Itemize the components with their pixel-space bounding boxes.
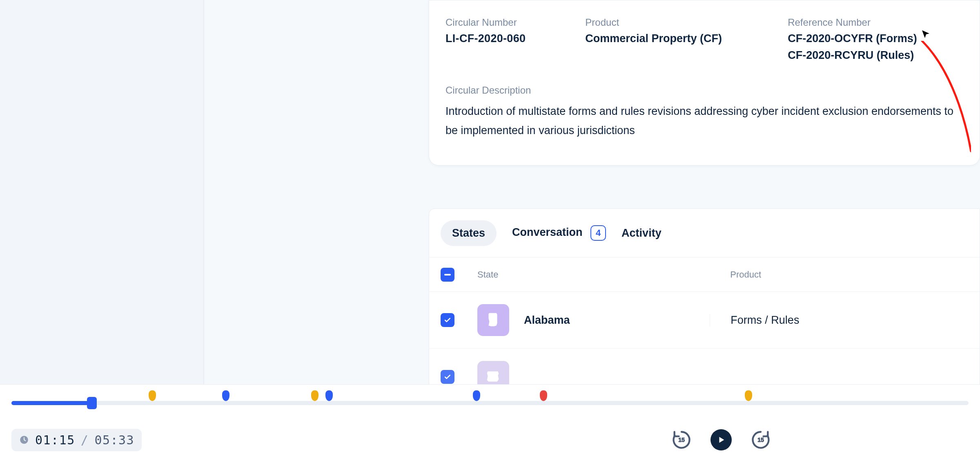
tab-bar: States Conversation 4 Activity xyxy=(429,209,980,257)
forward-15-button[interactable]: 15 xyxy=(749,428,773,452)
play-button[interactable] xyxy=(710,429,732,450)
product-block: Product Commercial Property (CF) xyxy=(585,17,780,66)
timeline-marker[interactable] xyxy=(311,390,318,401)
timeline-marker[interactable] xyxy=(222,390,229,401)
reference-number-value-1: CF-2020-RCYRU (Rules) xyxy=(788,49,963,62)
state-product: Forms / Rules xyxy=(710,314,968,327)
product-label: Product xyxy=(585,17,780,28)
forward-15-icon: 15 xyxy=(750,429,771,450)
row-checkbox[interactable] xyxy=(441,370,454,384)
timeline[interactable] xyxy=(11,385,969,417)
tab-activity[interactable]: Activity xyxy=(621,220,662,246)
left-sidebar-empty xyxy=(0,0,204,384)
select-all-checkbox[interactable] xyxy=(441,268,454,282)
column-header-product: Product xyxy=(710,269,968,280)
table-header: State Product xyxy=(429,257,980,291)
timeline-marker[interactable] xyxy=(540,390,547,401)
svg-text:15: 15 xyxy=(757,437,764,443)
states-panel: States Conversation 4 Activity State Pro… xyxy=(429,208,980,406)
play-icon xyxy=(717,435,726,444)
timeline-marker[interactable] xyxy=(149,390,156,401)
rewind-15-icon: 15 xyxy=(671,429,692,450)
reference-number-value-0: CF-2020-OCYFR (Forms) xyxy=(788,32,963,45)
current-time: 01:15 xyxy=(35,433,75,447)
tab-states[interactable]: States xyxy=(441,220,497,246)
conversation-count-badge: 4 xyxy=(590,225,606,241)
timeline-progress xyxy=(11,401,92,405)
tab-conversation[interactable]: Conversation 4 xyxy=(512,219,606,247)
clock-icon xyxy=(19,435,29,445)
circular-description-value: Introduction of multistate forms and rul… xyxy=(445,102,956,141)
circular-number-label: Circular Number xyxy=(445,17,577,28)
circular-info-card: Circular Number LI-CF-2020-060 Product C… xyxy=(429,0,980,166)
timeline-track[interactable] xyxy=(11,401,969,405)
total-time: 05:33 xyxy=(94,433,134,447)
timeline-marker[interactable] xyxy=(745,390,752,401)
transport-controls: 15 15 xyxy=(670,428,773,452)
rewind-15-button[interactable]: 15 xyxy=(670,428,693,452)
row-checkbox[interactable] xyxy=(441,313,454,327)
timeline-marker[interactable] xyxy=(473,390,480,401)
reference-number-label: Reference Number xyxy=(788,17,963,28)
circular-number-value: LI-CF-2020-060 xyxy=(445,32,577,45)
check-icon xyxy=(443,373,452,381)
column-header-state: State xyxy=(477,269,710,280)
video-player: 01:15 / 05:33 15 xyxy=(0,384,980,466)
product-value: Commercial Property (CF) xyxy=(585,32,780,45)
time-separator: / xyxy=(81,433,89,447)
svg-text:15: 15 xyxy=(678,437,685,443)
state-shape-icon xyxy=(477,304,509,336)
table-row[interactable]: Alabama Forms / Rules xyxy=(429,291,980,348)
time-display: 01:15 / 05:33 xyxy=(11,429,142,451)
circular-number-block: Circular Number LI-CF-2020-060 xyxy=(445,17,577,66)
timeline-thumb[interactable] xyxy=(87,397,97,409)
tab-conversation-label: Conversation xyxy=(512,226,583,238)
timeline-marker[interactable] xyxy=(325,390,333,401)
circular-description-label: Circular Description xyxy=(445,85,963,96)
reference-number-block: Reference Number CF-2020-OCYFR (Forms) C… xyxy=(788,17,963,66)
check-icon xyxy=(443,316,452,324)
state-name: Alabama xyxy=(524,314,570,327)
